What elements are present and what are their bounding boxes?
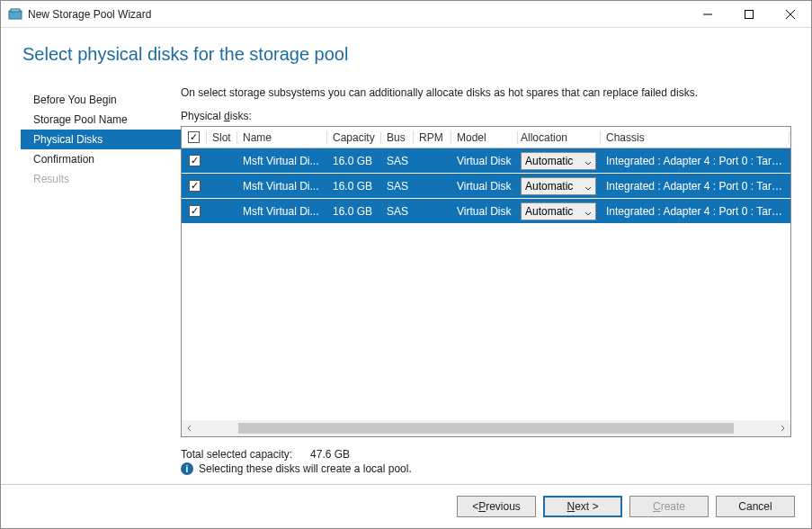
header-name[interactable]: Name	[237, 131, 327, 144]
page-title: Select physical disks for the storage po…	[21, 44, 791, 86]
main-panel: On select storage subsystems you can add…	[181, 86, 791, 475]
table-row[interactable]: Msft Virtual Di... 16.0 GB SAS Virtual D…	[182, 199, 790, 224]
maximize-button[interactable]	[728, 1, 770, 28]
total-capacity-label: Total selected capacity:	[181, 448, 292, 461]
row-checkbox[interactable]	[189, 155, 201, 166]
window-title: New Storage Pool Wizard	[28, 8, 151, 21]
cell-capacity: 16.0 GB	[327, 155, 381, 167]
titlebar: New Storage Pool Wizard	[1, 1, 811, 28]
horizontal-scrollbar[interactable]	[182, 420, 790, 436]
cell-chassis: Integrated : Adapter 4 : Port 0 : Target…	[601, 155, 790, 167]
total-capacity-value: 47.6 GB	[310, 448, 350, 461]
header-allocation[interactable]: Allocation	[518, 131, 601, 144]
close-button[interactable]	[770, 1, 811, 28]
description-text: On select storage subsystems you can add…	[181, 86, 791, 99]
table-row[interactable]: Msft Virtual Di... 16.0 GB SAS Virtual D…	[182, 148, 790, 174]
info-text: Selecting these disks will create a loca…	[199, 462, 412, 475]
cell-model: Virtual Disk	[451, 205, 518, 218]
chevron-down-icon	[584, 183, 592, 195]
step-physical-disks[interactable]: Physical Disks	[21, 130, 181, 149]
scroll-right-icon[interactable]	[776, 422, 789, 435]
cell-bus: SAS	[381, 205, 414, 218]
header-slot[interactable]: Slot	[207, 131, 237, 144]
chevron-down-icon	[584, 157, 592, 170]
disks-grid: Slot Name Capacity Bus RPM Model Allocat…	[181, 126, 791, 437]
allocation-dropdown[interactable]: Automatic	[521, 202, 596, 220]
app-icon	[8, 7, 22, 22]
cell-name: Msft Virtual Di...	[237, 180, 327, 193]
header-checkbox-cell[interactable]	[182, 131, 207, 143]
row-checkbox[interactable]	[189, 180, 201, 192]
header-rpm[interactable]: RPM	[414, 131, 451, 144]
cell-model: Virtual Disk	[451, 180, 518, 193]
step-storage-pool-name[interactable]: Storage Pool Name	[21, 110, 181, 130]
table-row[interactable]: Msft Virtual Di... 16.0 GB SAS Virtual D…	[182, 174, 790, 199]
chevron-down-icon	[584, 208, 592, 220]
grid-body: Msft Virtual Di... 16.0 GB SAS Virtual D…	[182, 148, 790, 420]
window-controls	[687, 1, 811, 28]
header-bus[interactable]: Bus	[381, 131, 414, 144]
header-capacity[interactable]: Capacity	[327, 131, 381, 144]
cell-capacity: 16.0 GB	[327, 180, 381, 193]
previous-button[interactable]: < PPreviousrevious	[457, 496, 536, 517]
summary-area: Total selected capacity: 47.6 GB i Selec…	[181, 446, 791, 475]
select-all-checkbox[interactable]	[188, 131, 200, 143]
cell-bus: SAS	[381, 155, 414, 167]
svg-rect-1	[11, 9, 20, 12]
cell-name: Msft Virtual Di...	[237, 205, 327, 218]
allocation-dropdown[interactable]: Automatic	[521, 177, 596, 195]
row-checkbox[interactable]	[189, 205, 201, 217]
minimize-button[interactable]	[687, 1, 728, 28]
step-confirmation[interactable]: Confirmation	[21, 149, 181, 169]
cell-chassis: Integrated : Adapter 4 : Port 0 : Target…	[601, 205, 790, 218]
create-button: CreateCreate	[629, 496, 709, 517]
info-icon: i	[181, 462, 193, 475]
allocation-dropdown[interactable]: Automatic	[521, 152, 596, 170]
next-button[interactable]: Next >Next	[543, 496, 622, 517]
header-model[interactable]: Model	[451, 131, 518, 144]
step-before-you-begin[interactable]: Before You Begin	[21, 90, 181, 110]
cancel-button[interactable]: Cancel	[716, 496, 795, 517]
header-chassis[interactable]: Chassis	[601, 131, 790, 144]
wizard-footer: < PPreviousrevious Next >Next CreateCrea…	[1, 484, 811, 528]
grid-header: Slot Name Capacity Bus RPM Model Allocat…	[182, 127, 790, 148]
wizard-window: New Storage Pool Wizard Select physical …	[0, 0, 812, 529]
cell-bus: SAS	[381, 180, 414, 193]
cell-chassis: Integrated : Adapter 4 : Port 0 : Target…	[601, 180, 790, 193]
disks-label: Physical disks:	[181, 110, 791, 122]
cell-name: Msft Virtual Di...	[237, 155, 327, 167]
wizard-steps: Before You Begin Storage Pool Name Physi…	[21, 86, 181, 475]
scrollbar-thumb[interactable]	[238, 423, 735, 434]
cell-capacity: 16.0 GB	[327, 205, 381, 218]
svg-rect-3	[745, 10, 754, 18]
scroll-left-icon[interactable]	[183, 422, 196, 435]
step-results: Results	[21, 169, 181, 189]
cell-model: Virtual Disk	[451, 155, 518, 167]
